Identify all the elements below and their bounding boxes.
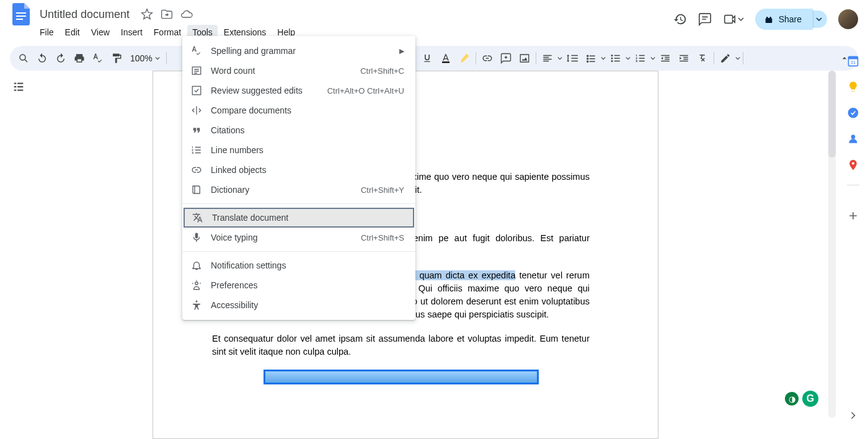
tasks-app-icon[interactable] [847,107,859,119]
clear-formatting-icon[interactable] [694,50,711,67]
bulleted-list-icon[interactable] [607,50,624,67]
numbered-list-icon[interactable] [632,50,649,67]
svg-point-3 [20,55,25,60]
tools-menu-dropdown: Spelling and grammar ▶ Word count Ctrl+S… [182,36,415,320]
document-title[interactable]: Untitled document [36,7,133,22]
grammarly-icon[interactable]: G [802,391,818,407]
svg-point-16 [195,282,198,285]
calendar-app-icon[interactable]: 31 [847,55,859,67]
menu-item-linked[interactable]: Linked objects [182,160,415,180]
cloud-status-icon[interactable] [180,8,193,20]
svg-point-5 [611,55,613,56]
highlight-color-icon[interactable] [456,50,473,67]
menu-item-citations[interactable]: Citations [182,120,415,140]
menu-file[interactable]: File [35,25,59,40]
svg-rect-15 [192,86,201,95]
search-menu-icon[interactable] [15,50,32,67]
svg-point-12 [851,135,856,139]
toolbar: 100% [10,46,858,71]
svg-point-11 [848,108,859,118]
menu-item-spelling[interactable]: Spelling and grammar ▶ [182,41,415,61]
spellcheck-icon[interactable] [89,50,107,67]
maps-app-icon[interactable] [847,159,859,171]
share-button[interactable]: Share [755,9,813,30]
menu-item-compare[interactable]: Compare documents [182,100,415,120]
menu-item-preferences[interactable]: Preferences [182,275,415,295]
menu-item-linenumbers[interactable]: Line numbers [182,140,415,160]
side-panel-toggle-icon[interactable] [847,409,859,422]
svg-point-17 [196,301,198,303]
contacts-app-icon[interactable] [847,133,859,145]
share-dropdown[interactable] [813,11,827,28]
meet-button[interactable] [723,12,744,26]
menu-item-voice[interactable]: Voice typing Ctrl+Shift+S [182,228,415,247]
checklist-icon[interactable] [582,50,600,67]
increase-indent-icon[interactable] [675,50,693,67]
get-addons-icon[interactable] [847,210,859,222]
menu-item-review[interactable]: Review suggested edits Ctrl+Alt+O Ctrl+A… [182,81,415,100]
docs-home-icon[interactable] [10,3,32,25]
chevron-down-icon[interactable] [626,56,631,61]
menu-item-notifications[interactable]: Notification settings [182,255,415,275]
comment-history-icon[interactable] [698,12,712,26]
menu-item-translate[interactable]: Translate document [184,208,414,228]
svg-rect-2 [16,19,23,20]
menu-item-wordcount[interactable]: Word count Ctrl+Shift+C [182,61,415,81]
align-icon[interactable] [539,50,556,67]
decrease-indent-icon[interactable] [657,50,674,67]
text-color-icon[interactable] [437,50,454,67]
svg-rect-0 [16,12,26,14]
menu-item-dictionary[interactable]: Dictionary Ctrl+Shift+Y [182,180,415,200]
outline-icon[interactable] [7,76,30,98]
svg-point-13 [852,162,854,164]
menu-edit[interactable]: Edit [60,25,85,40]
add-comment-icon[interactable] [497,50,515,67]
menu-insert[interactable]: Insert [116,25,148,40]
undo-icon[interactable] [33,50,51,67]
insert-image-icon[interactable] [516,50,533,67]
history-icon[interactable] [673,12,687,26]
keep-app-icon[interactable] [847,81,859,93]
svg-rect-9 [849,56,858,59]
print-icon[interactable] [71,50,88,67]
scrollbar[interactable] [828,71,836,418]
editing-mode-icon[interactable] [717,50,734,67]
chevron-down-icon[interactable] [650,56,655,61]
share-label: Share [779,14,802,24]
scroll-thumb[interactable] [828,71,836,157]
account-avatar[interactable] [838,9,858,29]
selected-image[interactable] [264,370,539,384]
menu-view[interactable]: View [86,25,115,40]
zoom-selector[interactable]: 100% [126,53,164,63]
paint-format-icon[interactable] [108,50,125,67]
menu-item-accessibility[interactable]: Accessibility [182,295,415,315]
side-panel: 31 [838,43,868,428]
chevron-right-icon: ▶ [399,47,404,55]
underline-icon[interactable] [418,50,436,67]
svg-text:31: 31 [851,60,856,65]
star-icon[interactable] [141,8,153,20]
insert-link-icon[interactable] [479,50,496,67]
grammarly-suggestion-icon[interactable]: ◑ [785,392,799,406]
move-icon[interactable] [161,8,173,20]
svg-rect-1 [16,16,26,17]
svg-point-7 [611,60,613,62]
svg-rect-4 [442,61,450,63]
line-spacing-icon[interactable] [564,50,581,67]
chevron-down-icon[interactable] [601,56,606,61]
menu-format[interactable]: Format [149,25,186,40]
svg-point-6 [611,58,613,60]
chevron-down-icon[interactable] [557,56,562,61]
redo-icon[interactable] [52,50,69,67]
chevron-down-icon[interactable] [735,56,740,61]
